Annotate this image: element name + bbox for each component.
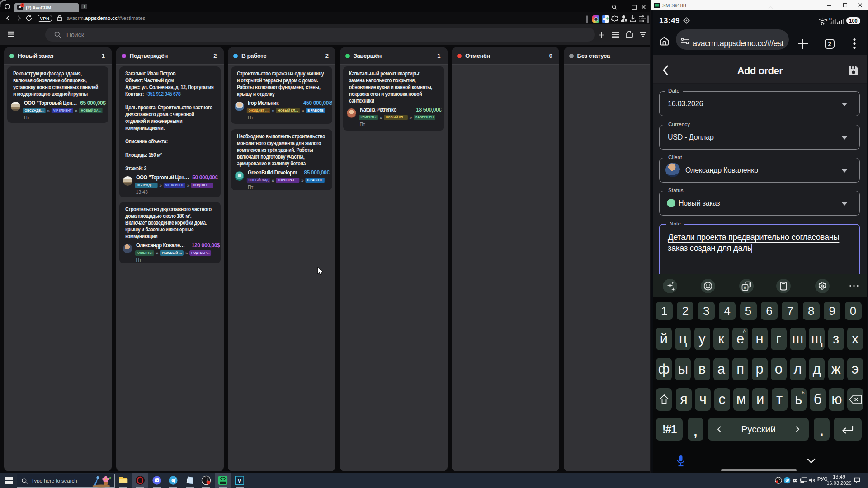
svg-text:6: 6 (826, 18, 828, 22)
svg-text:V: V (237, 478, 241, 484)
svg-text:R: R (829, 17, 832, 21)
svg-text:A: A (744, 285, 747, 290)
